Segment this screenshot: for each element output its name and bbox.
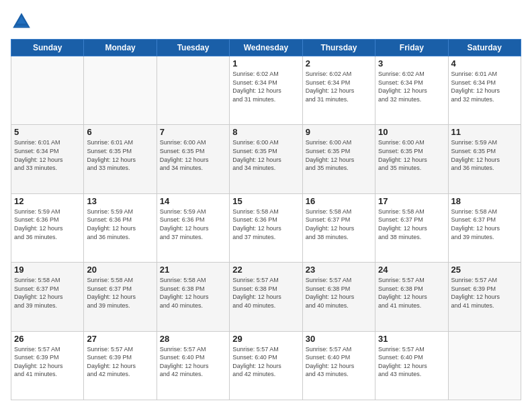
day-of-week-header: Thursday xyxy=(302,40,375,56)
page: SundayMondayTuesdayWednesdayThursdayFrid… xyxy=(0,0,532,411)
day-number: 26 xyxy=(14,334,81,344)
calendar-cell: 8Sunrise: 6:00 AMSunset: 6:35 PMDaylight… xyxy=(230,125,302,193)
day-info: Sunrise: 6:01 AMSunset: 6:35 PMDaylight:… xyxy=(87,138,153,172)
day-number: 6 xyxy=(87,127,153,137)
day-of-week-header: Saturday xyxy=(448,40,521,56)
calendar-cell: 7Sunrise: 6:00 AMSunset: 6:35 PMDaylight… xyxy=(157,125,229,193)
day-info: Sunrise: 6:00 AMSunset: 6:35 PMDaylight:… xyxy=(160,138,226,172)
day-number: 29 xyxy=(232,334,299,344)
day-number: 4 xyxy=(451,58,518,68)
day-info: Sunrise: 5:58 AMSunset: 6:37 PMDaylight:… xyxy=(14,276,81,310)
day-info: Sunrise: 5:58 AMSunset: 6:37 PMDaylight:… xyxy=(87,276,153,310)
calendar-cell: 18Sunrise: 5:58 AMSunset: 6:37 PMDayligh… xyxy=(448,193,521,262)
day-info: Sunrise: 5:58 AMSunset: 6:38 PMDaylight:… xyxy=(160,276,226,310)
day-info: Sunrise: 5:57 AMSunset: 6:39 PMDaylight:… xyxy=(14,345,81,379)
calendar-cell: 19Sunrise: 5:58 AMSunset: 6:37 PMDayligh… xyxy=(11,263,84,331)
day-info: Sunrise: 5:57 AMSunset: 6:39 PMDaylight:… xyxy=(87,345,153,379)
calendar-cell: 10Sunrise: 6:00 AMSunset: 6:35 PMDayligh… xyxy=(375,125,448,193)
day-number: 22 xyxy=(232,265,299,275)
calendar-cell: 25Sunrise: 5:57 AMSunset: 6:39 PMDayligh… xyxy=(448,263,521,331)
day-info: Sunrise: 5:59 AMSunset: 6:36 PMDaylight:… xyxy=(87,208,153,241)
day-number: 10 xyxy=(378,127,445,137)
day-info: Sunrise: 5:57 AMSunset: 6:40 PMDaylight:… xyxy=(160,345,226,379)
calendar-week-row: 1Sunrise: 6:02 AMSunset: 6:34 PMDaylight… xyxy=(11,56,521,125)
day-number: 3 xyxy=(378,58,445,68)
calendar-cell: 30Sunrise: 5:57 AMSunset: 6:40 PMDayligh… xyxy=(302,331,375,400)
calendar-cell: 13Sunrise: 5:59 AMSunset: 6:36 PMDayligh… xyxy=(84,193,157,262)
day-info: Sunrise: 6:00 AMSunset: 6:35 PMDaylight:… xyxy=(306,138,372,172)
calendar-week-row: 19Sunrise: 5:58 AMSunset: 6:37 PMDayligh… xyxy=(11,263,521,331)
calendar-week-row: 12Sunrise: 5:59 AMSunset: 6:36 PMDayligh… xyxy=(11,193,521,262)
day-number: 1 xyxy=(232,58,299,68)
day-number: 18 xyxy=(451,196,518,206)
day-number: 5 xyxy=(14,127,81,137)
logo xyxy=(11,11,35,32)
day-number: 16 xyxy=(306,196,372,206)
day-number: 2 xyxy=(306,58,372,68)
calendar-cell: 9Sunrise: 6:00 AMSunset: 6:35 PMDaylight… xyxy=(302,125,375,193)
calendar-week-row: 5Sunrise: 6:01 AMSunset: 6:34 PMDaylight… xyxy=(11,125,521,193)
day-number: 12 xyxy=(14,196,81,206)
day-number: 28 xyxy=(160,334,226,344)
calendar-table: SundayMondayTuesdayWednesdayThursdayFrid… xyxy=(11,39,521,400)
calendar-cell: 23Sunrise: 5:57 AMSunset: 6:38 PMDayligh… xyxy=(302,263,375,331)
day-number: 30 xyxy=(306,334,372,344)
calendar-cell: 16Sunrise: 5:58 AMSunset: 6:37 PMDayligh… xyxy=(302,193,375,262)
calendar-cell xyxy=(84,56,157,125)
calendar-cell: 22Sunrise: 5:57 AMSunset: 6:38 PMDayligh… xyxy=(230,263,302,331)
day-number: 11 xyxy=(451,127,518,137)
calendar-cell xyxy=(157,56,229,125)
calendar-cell: 3Sunrise: 6:02 AMSunset: 6:34 PMDaylight… xyxy=(375,56,448,125)
day-info: Sunrise: 5:57 AMSunset: 6:38 PMDaylight:… xyxy=(232,276,299,310)
calendar-cell: 17Sunrise: 5:58 AMSunset: 6:37 PMDayligh… xyxy=(375,193,448,262)
day-info: Sunrise: 5:57 AMSunset: 6:40 PMDaylight:… xyxy=(378,345,445,379)
calendar-cell: 2Sunrise: 6:02 AMSunset: 6:34 PMDaylight… xyxy=(302,56,375,125)
day-number: 21 xyxy=(160,265,226,275)
day-info: Sunrise: 5:57 AMSunset: 6:40 PMDaylight:… xyxy=(232,345,299,379)
day-info: Sunrise: 5:57 AMSunset: 6:38 PMDaylight:… xyxy=(306,276,372,310)
day-info: Sunrise: 5:57 AMSunset: 6:40 PMDaylight:… xyxy=(306,345,372,379)
day-number: 7 xyxy=(160,127,226,137)
calendar-cell: 31Sunrise: 5:57 AMSunset: 6:40 PMDayligh… xyxy=(375,331,448,400)
day-number: 19 xyxy=(14,265,81,275)
header xyxy=(11,11,521,32)
calendar-cell: 12Sunrise: 5:59 AMSunset: 6:36 PMDayligh… xyxy=(11,193,84,262)
day-number: 17 xyxy=(378,196,445,206)
logo-icon xyxy=(11,11,32,32)
day-number: 27 xyxy=(87,334,153,344)
calendar-cell: 24Sunrise: 5:57 AMSunset: 6:38 PMDayligh… xyxy=(375,263,448,331)
day-number: 13 xyxy=(87,196,153,206)
day-info: Sunrise: 6:01 AMSunset: 6:34 PMDaylight:… xyxy=(14,138,81,172)
calendar-header-row: SundayMondayTuesdayWednesdayThursdayFrid… xyxy=(11,40,521,56)
calendar-cell: 15Sunrise: 5:58 AMSunset: 6:36 PMDayligh… xyxy=(230,193,302,262)
day-info: Sunrise: 5:58 AMSunset: 6:37 PMDaylight:… xyxy=(451,208,518,241)
day-info: Sunrise: 5:59 AMSunset: 6:36 PMDaylight:… xyxy=(160,208,226,241)
calendar-cell: 1Sunrise: 6:02 AMSunset: 6:34 PMDaylight… xyxy=(230,56,302,125)
day-info: Sunrise: 5:59 AMSunset: 6:36 PMDaylight:… xyxy=(14,208,81,241)
calendar-cell: 20Sunrise: 5:58 AMSunset: 6:37 PMDayligh… xyxy=(84,263,157,331)
calendar-cell: 27Sunrise: 5:57 AMSunset: 6:39 PMDayligh… xyxy=(84,331,157,400)
calendar-cell: 6Sunrise: 6:01 AMSunset: 6:35 PMDaylight… xyxy=(84,125,157,193)
day-info: Sunrise: 6:00 AMSunset: 6:35 PMDaylight:… xyxy=(378,138,445,172)
day-info: Sunrise: 6:02 AMSunset: 6:34 PMDaylight:… xyxy=(378,70,445,103)
day-info: Sunrise: 5:59 AMSunset: 6:35 PMDaylight:… xyxy=(451,138,518,172)
day-info: Sunrise: 6:02 AMSunset: 6:34 PMDaylight:… xyxy=(232,70,299,103)
calendar-cell xyxy=(448,331,521,400)
calendar-cell: 4Sunrise: 6:01 AMSunset: 6:34 PMDaylight… xyxy=(448,56,521,125)
day-number: 20 xyxy=(87,265,153,275)
day-info: Sunrise: 5:57 AMSunset: 6:39 PMDaylight:… xyxy=(451,276,518,310)
day-number: 31 xyxy=(378,334,445,344)
day-number: 25 xyxy=(451,265,518,275)
day-info: Sunrise: 5:58 AMSunset: 6:37 PMDaylight:… xyxy=(378,208,445,241)
day-number: 23 xyxy=(306,265,372,275)
day-of-week-header: Monday xyxy=(84,40,157,56)
calendar-cell: 11Sunrise: 5:59 AMSunset: 6:35 PMDayligh… xyxy=(448,125,521,193)
calendar-cell: 29Sunrise: 5:57 AMSunset: 6:40 PMDayligh… xyxy=(230,331,302,400)
day-number: 15 xyxy=(232,196,299,206)
day-info: Sunrise: 6:02 AMSunset: 6:34 PMDaylight:… xyxy=(306,70,372,103)
calendar-cell: 26Sunrise: 5:57 AMSunset: 6:39 PMDayligh… xyxy=(11,331,84,400)
day-info: Sunrise: 6:00 AMSunset: 6:35 PMDaylight:… xyxy=(232,138,299,172)
calendar-cell xyxy=(11,56,84,125)
day-of-week-header: Friday xyxy=(375,40,448,56)
svg-rect-2 xyxy=(16,24,27,26)
